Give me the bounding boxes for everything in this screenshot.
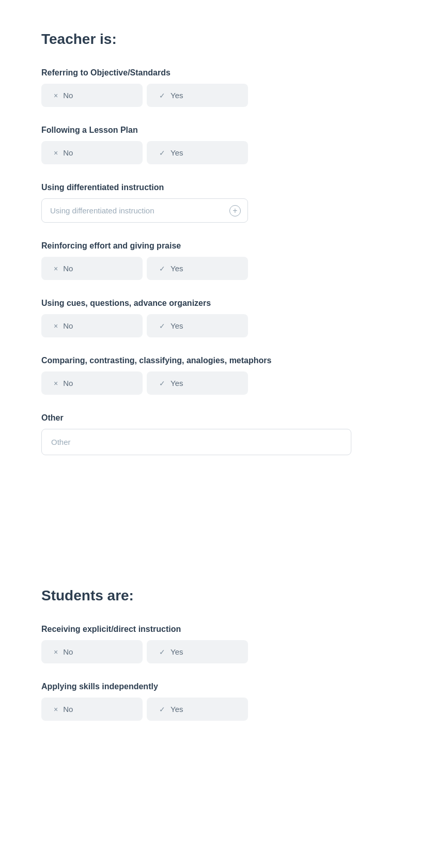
receiving-instruction-yes[interactable]: ✓ Yes [147, 640, 248, 663]
field-using-cues: Using cues, questions, advance organizer… [41, 299, 393, 337]
reinforcing-effort-no[interactable]: × No [41, 257, 143, 280]
no-icon: × [54, 149, 58, 157]
no-icon: × [54, 91, 58, 100]
other-input[interactable] [41, 429, 351, 455]
yes-icon: ✓ [159, 265, 165, 273]
using-cues-label: Using cues, questions, advance organizer… [41, 299, 393, 308]
reinforcing-effort-label: Reinforcing effort and giving praise [41, 241, 393, 251]
reinforcing-effort-toggle: × No ✓ Yes [41, 257, 248, 280]
yes-label: Yes [171, 91, 183, 100]
no-label: No [63, 379, 73, 388]
using-cues-toggle: × No ✓ Yes [41, 314, 248, 337]
receiving-instruction-no[interactable]: × No [41, 640, 143, 663]
comparing-contrasting-yes[interactable]: ✓ Yes [147, 371, 248, 395]
yes-label: Yes [171, 647, 183, 656]
yes-label: Yes [171, 264, 183, 273]
applying-skills-label: Applying skills independently [41, 682, 393, 691]
following-lesson-no[interactable]: × No [41, 141, 143, 164]
referring-objective-toggle: × No ✓ Yes [41, 84, 248, 107]
section-spacer [41, 474, 393, 577]
students-section: Students are: Receiving explicit/direct … [41, 577, 393, 721]
applying-skills-toggle: × No ✓ Yes [41, 698, 248, 721]
no-icon: × [54, 322, 58, 330]
following-lesson-label: Following a Lesson Plan [41, 126, 393, 135]
no-label: No [63, 148, 73, 157]
no-label: No [63, 647, 73, 656]
add-icon[interactable]: + [229, 205, 241, 216]
teacher-section: Teacher is: Referring to Objective/Stand… [41, 31, 393, 455]
field-differentiated-instruction: Using differentiated instruction + [41, 183, 393, 223]
yes-label: Yes [171, 379, 183, 388]
field-receiving-instruction: Receiving explicit/direct instruction × … [41, 625, 393, 663]
receiving-instruction-label: Receiving explicit/direct instruction [41, 625, 393, 634]
reinforcing-effort-yes[interactable]: ✓ Yes [147, 257, 248, 280]
students-section-title: Students are: [41, 587, 393, 604]
no-icon: × [54, 705, 58, 714]
referring-objective-no[interactable]: × No [41, 84, 143, 107]
comparing-contrasting-no[interactable]: × No [41, 371, 143, 395]
yes-label: Yes [171, 148, 183, 157]
applying-skills-no[interactable]: × No [41, 698, 143, 721]
following-lesson-yes[interactable]: ✓ Yes [147, 141, 248, 164]
yes-label: Yes [171, 705, 183, 714]
no-label: No [63, 705, 73, 714]
yes-icon: ✓ [159, 705, 165, 714]
differentiated-instruction-input[interactable] [41, 198, 248, 223]
no-label: No [63, 321, 73, 330]
applying-skills-yes[interactable]: ✓ Yes [147, 698, 248, 721]
no-label: No [63, 264, 73, 273]
field-referring-objective: Referring to Objective/Standards × No ✓ … [41, 68, 393, 107]
no-icon: × [54, 648, 58, 656]
no-label: No [63, 91, 73, 100]
yes-icon: ✓ [159, 149, 165, 157]
receiving-instruction-toggle: × No ✓ Yes [41, 640, 248, 663]
page-container: Teacher is: Referring to Objective/Stand… [0, 0, 434, 770]
yes-icon: ✓ [159, 322, 165, 330]
other-label: Other [41, 413, 393, 423]
yes-icon: ✓ [159, 379, 165, 388]
referring-objective-yes[interactable]: ✓ Yes [147, 84, 248, 107]
yes-label: Yes [171, 321, 183, 330]
comparing-contrasting-toggle: × No ✓ Yes [41, 371, 248, 395]
field-following-lesson: Following a Lesson Plan × No ✓ Yes [41, 126, 393, 164]
yes-icon: ✓ [159, 91, 165, 100]
comparing-contrasting-label: Comparing, contrasting, classifying, ana… [41, 356, 393, 365]
yes-icon: ✓ [159, 648, 165, 656]
using-cues-yes[interactable]: ✓ Yes [147, 314, 248, 337]
using-cues-no[interactable]: × No [41, 314, 143, 337]
field-comparing-contrasting: Comparing, contrasting, classifying, ana… [41, 356, 393, 395]
no-icon: × [54, 265, 58, 273]
field-reinforcing-effort: Reinforcing effort and giving praise × N… [41, 241, 393, 280]
differentiated-instruction-label: Using differentiated instruction [41, 183, 393, 192]
following-lesson-toggle: × No ✓ Yes [41, 141, 248, 164]
differentiated-instruction-container: + [41, 198, 248, 223]
no-icon: × [54, 379, 58, 388]
field-other: Other [41, 413, 393, 455]
teacher-section-title: Teacher is: [41, 31, 393, 48]
referring-objective-label: Referring to Objective/Standards [41, 68, 393, 78]
field-applying-skills: Applying skills independently × No ✓ Yes [41, 682, 393, 721]
